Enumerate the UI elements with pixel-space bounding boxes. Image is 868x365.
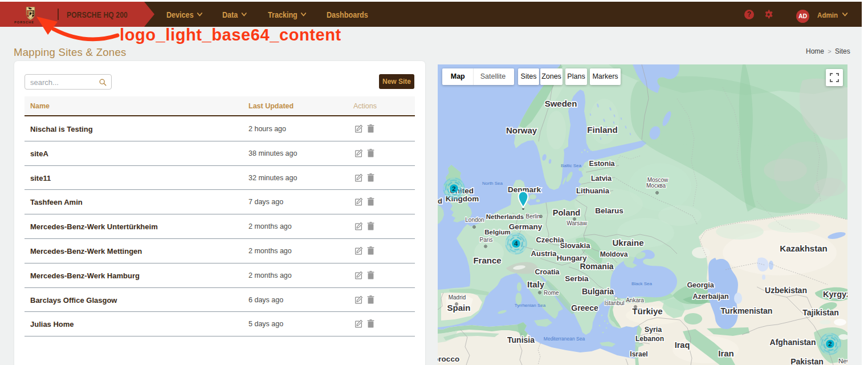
svg-text:New: New xyxy=(838,358,847,364)
svg-text:Sweden: Sweden xyxy=(545,99,577,108)
svg-text:Spain: Spain xyxy=(447,303,471,313)
svg-text:2: 2 xyxy=(828,340,832,347)
svg-text:Serbia: Serbia xyxy=(565,274,589,283)
svg-text:İstanbul: İstanbul xyxy=(604,299,624,306)
svg-text:Mediterranean Sea: Mediterranean Sea xyxy=(544,336,585,342)
svg-text:Lebanon: Lebanon xyxy=(635,335,664,343)
svg-text:4: 4 xyxy=(514,240,518,247)
svg-text:Georgia: Georgia xyxy=(687,281,714,289)
svg-text:Slovakia: Slovakia xyxy=(560,241,591,250)
svg-text:Greece: Greece xyxy=(571,303,598,313)
svg-text:France: France xyxy=(473,256,501,265)
svg-text:Rome: Rome xyxy=(544,290,559,296)
svg-text:Latvia: Latvia xyxy=(591,175,612,182)
svg-text:Poland: Poland xyxy=(553,208,580,217)
svg-text:Hungary: Hungary xyxy=(557,254,588,262)
svg-text:Warsaw: Warsaw xyxy=(567,220,588,226)
svg-text:nd: nd xyxy=(438,197,442,205)
svg-text:Belarus: Belarus xyxy=(595,206,624,215)
svg-text:Ukraine: Ukraine xyxy=(612,238,643,248)
svg-text:Tunisia: Tunisia xyxy=(507,335,535,344)
svg-text:Paris: Paris xyxy=(480,237,493,243)
svg-text:Italy: Italy xyxy=(527,279,545,289)
svg-text:Germany: Germany xyxy=(509,222,543,231)
svg-text:Kyrgyzstan: Kyrgyzstan xyxy=(823,290,847,299)
svg-text:Morocco: Morocco xyxy=(438,355,459,363)
svg-text:Black Sea: Black Sea xyxy=(631,281,653,286)
svg-text:Baltic Sea: Baltic Sea xyxy=(561,163,582,168)
svg-text:Belgium: Belgium xyxy=(484,229,510,236)
svg-text:Ankara: Ankara xyxy=(626,297,644,303)
svg-text:Madrid: Madrid xyxy=(449,294,466,301)
svg-text:Israel: Israel xyxy=(630,350,647,358)
svg-text:Norway: Norway xyxy=(506,125,537,135)
svg-text:Uzbekistan: Uzbekistan xyxy=(765,286,807,295)
svg-text:Estonia: Estonia xyxy=(589,160,615,168)
svg-text:London: London xyxy=(465,217,484,223)
svg-text:Tajikistan: Tajikistan xyxy=(802,308,839,317)
svg-text:Iran: Iran xyxy=(718,348,734,358)
svg-text:Pakistan: Pakistan xyxy=(790,357,824,365)
svg-text:Bulgaria: Bulgaria xyxy=(582,287,614,296)
svg-text:Москва: Москва xyxy=(646,182,666,189)
svg-text:Moldova: Moldova xyxy=(600,250,628,258)
svg-text:Lithuania: Lithuania xyxy=(576,186,610,195)
svg-text:Turkmenistan: Turkmenistan xyxy=(721,306,773,315)
svg-text:Netherlands: Netherlands xyxy=(486,213,524,220)
svg-text:Afghanistan: Afghanistan xyxy=(770,338,816,347)
svg-text:Finland: Finland xyxy=(587,125,617,135)
svg-text:Austria: Austria xyxy=(531,249,557,258)
svg-text:Syria: Syria xyxy=(645,326,663,334)
svg-text:Kazakhstan: Kazakhstan xyxy=(780,244,827,253)
svg-text:Berlin: Berlin xyxy=(526,213,541,220)
svg-text:Azerbaijan: Azerbaijan xyxy=(692,293,728,301)
svg-text:Iraq: Iraq xyxy=(675,340,690,350)
svg-text:Croatia: Croatia xyxy=(535,268,560,276)
svg-text:Tyrrhenian Sea: Tyrrhenian Sea xyxy=(515,303,546,308)
svg-text:Romania: Romania xyxy=(580,262,613,271)
svg-text:2: 2 xyxy=(452,185,455,192)
svg-text:North Sea: North Sea xyxy=(482,181,503,186)
